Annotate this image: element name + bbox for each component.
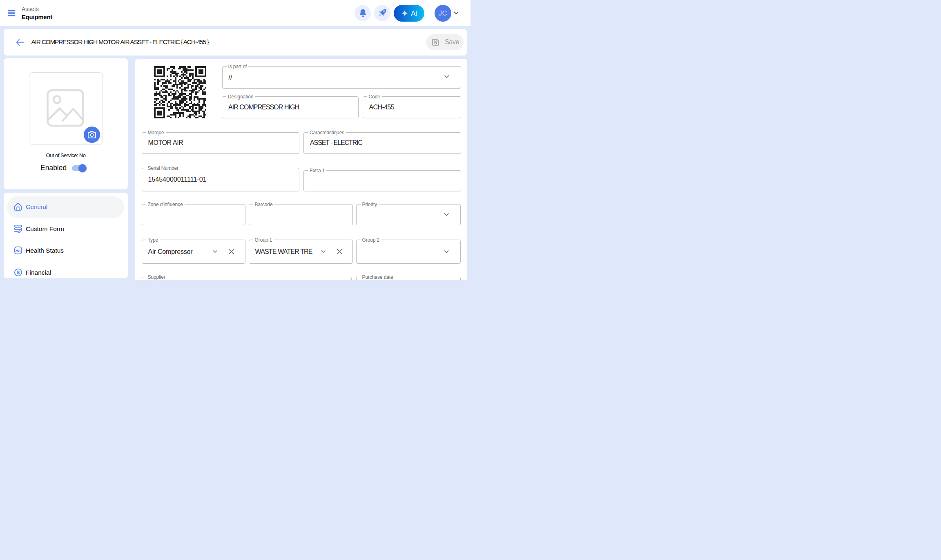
svg-text:$: $	[16, 269, 20, 276]
